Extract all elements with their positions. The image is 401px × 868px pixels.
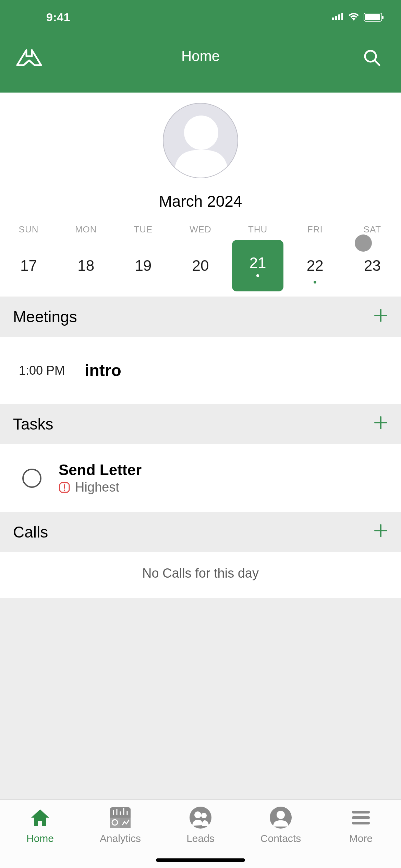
zia-button[interactable] bbox=[14, 48, 45, 67]
meeting-row[interactable]: 1:00 PM intro bbox=[0, 337, 401, 404]
tab-label: More bbox=[349, 833, 373, 844]
add-task-button[interactable] bbox=[374, 415, 388, 433]
empty-space bbox=[0, 598, 401, 799]
event-dot-icon bbox=[314, 281, 316, 284]
battery-icon bbox=[364, 13, 382, 22]
tab-more[interactable]: More bbox=[321, 805, 401, 844]
svg-point-26 bbox=[194, 811, 201, 818]
svg-rect-1 bbox=[335, 16, 337, 20]
dow-wed: WED bbox=[172, 224, 229, 235]
zia-icon bbox=[15, 48, 43, 67]
page-title: Home bbox=[45, 48, 356, 64]
svg-point-6 bbox=[184, 116, 218, 150]
calls-empty-text: No Calls for this day bbox=[0, 552, 401, 598]
contacts-icon bbox=[268, 805, 293, 830]
plus-icon bbox=[374, 523, 388, 538]
hamburger-icon bbox=[349, 805, 373, 830]
cellular-icon bbox=[332, 13, 344, 22]
task-checkbox[interactable] bbox=[22, 469, 41, 488]
svg-rect-3 bbox=[341, 13, 343, 20]
plus-icon bbox=[374, 415, 388, 430]
tab-contacts[interactable]: Contacts bbox=[241, 805, 321, 844]
dow-sun: SUN bbox=[0, 224, 57, 235]
status-icons bbox=[332, 12, 382, 22]
dow-thu: THU bbox=[229, 224, 287, 235]
nav-header: Home bbox=[0, 34, 401, 93]
svg-point-13 bbox=[64, 490, 65, 491]
priority-icon bbox=[59, 482, 70, 493]
status-time: 9:41 bbox=[46, 11, 70, 24]
task-title: Send Letter bbox=[59, 461, 142, 479]
tab-bar: Home Analytics bbox=[0, 799, 401, 868]
svg-point-29 bbox=[277, 811, 285, 819]
dow-sat: SAT bbox=[344, 224, 401, 235]
day-20[interactable]: 20 bbox=[172, 245, 229, 286]
wifi-icon bbox=[348, 12, 360, 22]
meetings-title: Meetings bbox=[13, 308, 77, 326]
dow-fri: FRI bbox=[287, 224, 344, 235]
meetings-header: Meetings bbox=[0, 297, 401, 337]
analytics-icon bbox=[108, 805, 133, 830]
meeting-title: intro bbox=[85, 361, 121, 380]
profile-block: March 2024 bbox=[0, 93, 401, 214]
dow-mon: MON bbox=[57, 224, 114, 235]
event-dot-icon bbox=[256, 274, 259, 277]
calls-header: Calls bbox=[0, 512, 401, 552]
search-icon bbox=[362, 48, 381, 67]
day-19[interactable]: 19 bbox=[114, 245, 172, 286]
add-meeting-button[interactable] bbox=[374, 308, 388, 325]
add-call-button[interactable] bbox=[374, 523, 388, 541]
tab-label: Contacts bbox=[260, 833, 301, 844]
plus-icon bbox=[374, 308, 388, 323]
tab-analytics[interactable]: Analytics bbox=[80, 805, 160, 844]
tab-home[interactable]: Home bbox=[0, 805, 80, 844]
day-17[interactable]: 17 bbox=[0, 245, 57, 286]
month-label[interactable]: March 2024 bbox=[0, 192, 401, 210]
tasks-header: Tasks bbox=[0, 404, 401, 444]
search-button[interactable] bbox=[356, 48, 387, 67]
day-21[interactable]: 21 bbox=[232, 240, 284, 291]
home-icon bbox=[28, 805, 52, 830]
tab-label: Analytics bbox=[100, 833, 141, 844]
day-22[interactable]: 22 bbox=[287, 245, 344, 286]
week-days: 17 18 19 20 21 22 23 bbox=[0, 235, 401, 297]
status-bar: 9:41 bbox=[0, 0, 401, 34]
meeting-time: 1:00 PM bbox=[19, 363, 65, 378]
tasks-title: Tasks bbox=[13, 415, 53, 433]
week-header: SUN MON TUE WED THU FRI SAT bbox=[0, 214, 401, 235]
home-indicator[interactable] bbox=[156, 858, 245, 862]
tab-label: Leads bbox=[186, 833, 215, 844]
task-row[interactable]: Send Letter Highest bbox=[0, 444, 401, 512]
avatar[interactable] bbox=[163, 103, 238, 178]
avatar-placeholder-icon bbox=[163, 104, 238, 178]
svg-rect-2 bbox=[338, 14, 340, 20]
svg-rect-0 bbox=[332, 17, 334, 20]
svg-line-5 bbox=[375, 60, 379, 65]
calls-title: Calls bbox=[13, 523, 48, 541]
day-18[interactable]: 18 bbox=[57, 245, 114, 286]
task-priority: Highest bbox=[75, 480, 119, 495]
dow-tue: TUE bbox=[114, 224, 172, 235]
tab-label: Home bbox=[26, 833, 54, 844]
tab-leads[interactable]: Leads bbox=[160, 805, 241, 844]
leads-icon bbox=[188, 805, 213, 830]
svg-point-27 bbox=[201, 813, 207, 818]
day-23[interactable]: 23 bbox=[344, 245, 401, 286]
svg-rect-17 bbox=[110, 818, 120, 828]
